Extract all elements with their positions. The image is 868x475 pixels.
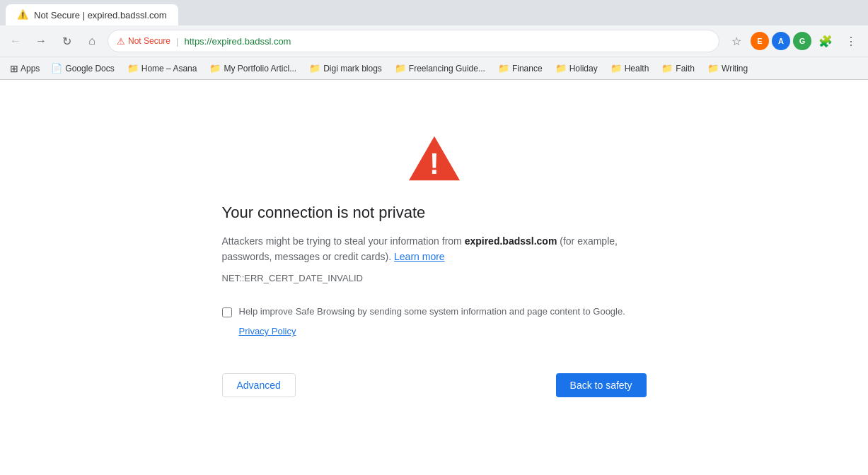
error-domain: expired.badssl.com bbox=[465, 235, 557, 247]
bookmark-portfolio[interactable]: 📁 My Portfolio Articl... bbox=[204, 61, 302, 76]
extensions-button[interactable]: 🧩 bbox=[814, 30, 837, 52]
avatar-icon-2[interactable]: A bbox=[772, 32, 790, 50]
home-button[interactable]: ⌂ bbox=[82, 31, 102, 51]
error-container: ! Your connection is not private Attacke… bbox=[222, 130, 647, 398]
bookmark-label: Home – Asana bbox=[141, 64, 197, 74]
apps-button[interactable]: ⊞ Apps bbox=[6, 61, 44, 76]
privacy-policy-link[interactable]: Privacy Policy bbox=[239, 326, 296, 336]
folder-icon: 📁 bbox=[707, 63, 719, 74]
address-bar[interactable]: ⚠ Not Secure | https://expired.badssl.co… bbox=[108, 30, 719, 52]
back-button[interactable]: ← bbox=[6, 31, 25, 51]
bookmark-writing[interactable]: 📁 Writing bbox=[702, 61, 753, 76]
privacy-policy-anchor[interactable]: Privacy Policy bbox=[239, 326, 296, 336]
address-url: https://expired.badssl.com bbox=[184, 36, 291, 47]
folder-icon: 📁 bbox=[498, 63, 509, 74]
bookmark-home-asana[interactable]: 📁 Home – Asana bbox=[122, 61, 203, 76]
bookmark-label: Finance bbox=[512, 64, 543, 74]
bookmark-freelancing[interactable]: 📁 Freelancing Guide... bbox=[389, 61, 491, 76]
avatar-icon-3[interactable]: G bbox=[793, 32, 811, 50]
apps-grid-icon: ⊞ bbox=[10, 63, 18, 74]
forward-button[interactable]: → bbox=[31, 31, 51, 51]
safe-browsing-checkbox-row: Help improve Safe Browsing by sending so… bbox=[222, 306, 625, 317]
bookmark-digi-mark[interactable]: 📁 Digi mark blogs bbox=[303, 61, 388, 76]
menu-button[interactable]: ⋮ bbox=[840, 30, 862, 52]
not-secure-label: Not Secure bbox=[128, 36, 170, 46]
active-tab[interactable]: ⚠️ Not Secure | expired.badssl.com bbox=[6, 4, 178, 25]
error-code: NET::ERR_CERT_DATE_INVALID bbox=[222, 273, 363, 283]
button-row: Advanced Back to safety bbox=[222, 373, 647, 397]
bookmark-faith[interactable]: 📁 Faith bbox=[656, 61, 700, 76]
bookmark-label: Health bbox=[625, 64, 649, 74]
toolbar-icons: ☆ E A G 🧩 ⋮ bbox=[725, 30, 862, 52]
bookmark-finance[interactable]: 📁 Finance bbox=[492, 61, 548, 76]
checkbox-label-after: to Google. bbox=[580, 306, 625, 317]
reload-button[interactable]: ↻ bbox=[57, 31, 76, 51]
error-description: Attackers might be trying to steal your … bbox=[222, 233, 647, 265]
page-content: ! Your connection is not private Attacke… bbox=[0, 80, 868, 475]
bookmark-health[interactable]: 📁 Health bbox=[605, 61, 655, 76]
bookmark-label: Holiday bbox=[569, 64, 598, 74]
folder-icon: 📁 bbox=[661, 63, 673, 74]
checkbox-label-before: Help improve Safe Browsing by sending so… bbox=[239, 306, 430, 317]
svg-text:!: ! bbox=[429, 147, 439, 180]
bookmark-label: Writing bbox=[722, 64, 748, 74]
bookmark-holiday[interactable]: 📁 Holiday bbox=[550, 61, 603, 76]
bookmark-label: Google Docs bbox=[65, 64, 114, 74]
system-info-link[interactable]: system information and page content bbox=[429, 306, 580, 317]
avatar-icon-1[interactable]: E bbox=[751, 32, 769, 50]
bookmark-label: Freelancing Guide... bbox=[409, 64, 485, 74]
back-to-safety-button[interactable]: Back to safety bbox=[556, 373, 647, 397]
folder-icon: 📁 bbox=[209, 63, 221, 74]
advanced-button[interactable]: Advanced bbox=[222, 373, 296, 397]
bookmark-label: My Portfolio Articl... bbox=[224, 64, 296, 74]
apps-label: Apps bbox=[21, 64, 40, 74]
bookmark-star-button[interactable]: ☆ bbox=[725, 30, 748, 52]
error-desc-before: Attackers might be trying to steal your … bbox=[222, 235, 465, 247]
checkbox-label: Help improve Safe Browsing by sending so… bbox=[239, 306, 625, 317]
security-warning-icon: ⚠ bbox=[117, 36, 125, 47]
bookmark-label: Faith bbox=[676, 64, 695, 74]
tab-bar: ⚠️ Not Secure | expired.badssl.com bbox=[0, 0, 868, 25]
address-separator: | bbox=[176, 36, 178, 47]
address-bar-row: ← → ↻ ⌂ ⚠ Not Secure | https://expired.b… bbox=[0, 25, 868, 57]
bookmark-label: Digi mark blogs bbox=[323, 64, 382, 74]
security-badge: ⚠ Not Secure bbox=[117, 36, 170, 47]
tab-favicon: ⚠️ bbox=[17, 9, 28, 20]
folder-icon: 📁 bbox=[309, 63, 320, 74]
folder-icon: 📁 bbox=[127, 63, 139, 74]
folder-icon: 📁 bbox=[611, 63, 622, 74]
bookmarks-bar: ⊞ Apps 📄 Google Docs 📁 Home – Asana 📁 My… bbox=[0, 57, 868, 79]
bookmark-google-docs[interactable]: 📄 Google Docs bbox=[45, 61, 120, 76]
tab-title: Not Secure | expired.badssl.com bbox=[34, 10, 167, 20]
safe-browsing-checkbox[interactable] bbox=[222, 307, 232, 317]
browser-chrome: ⚠️ Not Secure | expired.badssl.com ← → ↻… bbox=[0, 0, 868, 80]
error-title: Your connection is not private bbox=[222, 204, 426, 222]
learn-more-link[interactable]: Learn more bbox=[394, 251, 445, 262]
folder-icon: 📁 bbox=[555, 63, 567, 74]
folder-icon: 📁 bbox=[395, 63, 406, 74]
warning-triangle-icon: ! bbox=[406, 130, 463, 187]
google-docs-icon: 📄 bbox=[51, 63, 62, 74]
